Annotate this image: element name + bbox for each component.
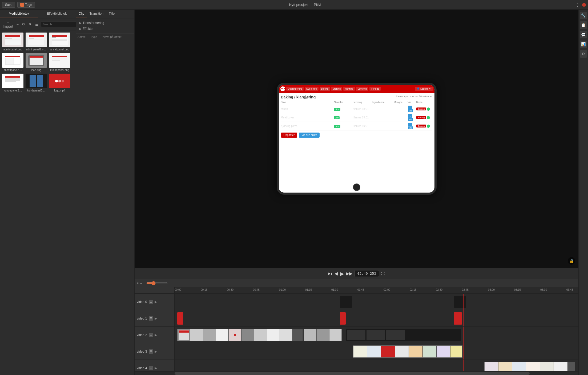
track-menu-button[interactable]: ☰	[149, 366, 153, 370]
track-menu-button[interactable]: ☰	[149, 349, 153, 354]
preview-area: Opprett ordre Nye ordre Baking Steking H…	[135, 10, 578, 279]
clip-block[interactable]	[454, 312, 462, 325]
sidebar-icon-layers[interactable]: 📋	[580, 21, 587, 29]
list-item[interactable]: ansattpanel.png	[49, 33, 70, 51]
list-view-button[interactable]: ☰	[34, 22, 40, 27]
svg-rect-18	[5, 58, 13, 65]
tab-effektbibliotek[interactable]: Effektbibliotek	[38, 10, 76, 18]
ellipsis-btn[interactable]: ...	[408, 123, 412, 126]
nav-btn-opprett[interactable]: Opprett ordre	[286, 87, 304, 91]
ellipsis-btn[interactable]: ...	[408, 114, 412, 118]
nav-btn-levering[interactable]: Levering	[356, 87, 368, 91]
clip-dark[interactable]	[346, 329, 461, 341]
back-frame-button[interactable]: ◀	[335, 271, 338, 276]
tab-transition[interactable]: Transition	[87, 10, 106, 18]
nav-btn-steking[interactable]: Steking	[331, 87, 342, 91]
fullscreen-button[interactable]: ⛶	[381, 272, 385, 276]
track-expand-button[interactable]: ▶	[155, 350, 157, 353]
fetch-info: Henter nye ordre om 10 sekunder	[396, 95, 432, 98]
list-item[interactable]: kundepanel.png	[49, 53, 70, 71]
list-item[interactable]: logo.mp4	[49, 74, 70, 92]
list-item[interactable]: kundepanel3....	[26, 74, 47, 92]
clip-block[interactable]	[454, 296, 466, 308]
table-row: Mixen Liten Hentes 18:01 ... Vis Steking	[281, 105, 432, 113]
clip-filmstrip[interactable]	[177, 329, 303, 341]
clip-block[interactable]	[177, 312, 183, 325]
sidebar-icon-chart[interactable]: 📊	[580, 41, 587, 48]
row-navn: Meat Lover	[281, 116, 333, 119]
track-menu-button[interactable]: ☰	[149, 316, 153, 321]
row-navn: Kjødelig pizza	[281, 125, 333, 127]
close-button[interactable]	[582, 3, 586, 7]
nav-btn-nye[interactable]: Nye ordre	[305, 87, 319, 91]
playback-controls: ⏮ ◀ ▶ ▶▶ 02:49.253 ⛶	[135, 268, 578, 279]
track-expand-button[interactable]: ▶	[155, 333, 157, 337]
nav-btn-baking[interactable]: Baking	[320, 87, 330, 91]
list-item[interactable]: ipad.png	[26, 53, 47, 71]
play-button[interactable]: ▶	[340, 270, 344, 277]
search-input[interactable]	[41, 22, 81, 27]
track-expand-button[interactable]: ▶	[155, 300, 157, 304]
nav-btn-ferdige[interactable]: Ferdige	[369, 87, 381, 91]
nav-btn-logout[interactable]: 👤 Logg ut ✕	[415, 87, 433, 91]
list-item[interactable]: kundepanel2....	[2, 74, 23, 92]
list-item[interactable]: adminpanel2.m...	[26, 33, 47, 51]
track-content-video1[interactable]	[175, 310, 578, 326]
ruler-mark: 01:45	[357, 288, 364, 291]
menu-dots-icon[interactable]: ⋮	[575, 2, 580, 8]
track-expand-button[interactable]: ▶	[155, 366, 157, 370]
tree-item-transformering[interactable]: ▶ Transformering	[78, 20, 133, 26]
track-row-video4: video 4 ☰ ▶	[135, 360, 578, 371]
size-badge: Stor	[334, 116, 340, 119]
ellipsis-btn[interactable]: ...	[408, 106, 412, 109]
size-badge: Liten	[334, 108, 340, 111]
track-content-video4[interactable]	[175, 360, 578, 371]
track-menu-button[interactable]: ☰	[149, 333, 153, 337]
track-content-video3[interactable]	[175, 343, 578, 360]
clip-block[interactable]	[340, 312, 346, 325]
rewind-button[interactable]: ⏮	[328, 271, 332, 276]
col-levering: Levering	[353, 101, 372, 103]
sidebar-icon-settings[interactable]: ⚙	[580, 50, 587, 58]
steke-btn[interactable]: Steking	[416, 107, 426, 110]
svg-rect-14	[52, 39, 67, 40]
sidebar-icon-chat[interactable]: 💬	[580, 31, 587, 38]
view-orders-button[interactable]: Vis alle ordre	[299, 133, 320, 138]
refresh-button[interactable]: ↺	[21, 22, 26, 27]
playhead	[463, 360, 464, 371]
remove-button[interactable]: −	[15, 22, 20, 27]
ipad-home-button[interactable]	[353, 183, 360, 191]
update-button[interactable]: Oppdater	[281, 133, 297, 138]
forward-frame-button[interactable]: ▶▶	[346, 271, 352, 276]
steke-btn[interactable]: Steking	[416, 116, 426, 119]
steke-btn[interactable]: Steking	[416, 125, 426, 127]
clip-filmstrip[interactable]	[484, 362, 575, 371]
clip-block[interactable]	[340, 296, 352, 308]
track-expand-button[interactable]: ▶	[155, 317, 157, 320]
track-content-video2[interactable]	[175, 327, 578, 343]
zoom-slider[interactable]	[146, 281, 168, 285]
track-menu-button[interactable]: ☰	[149, 300, 153, 304]
save-button[interactable]: Save	[2, 2, 15, 8]
tab-clip[interactable]: Clip	[76, 10, 87, 18]
tree-item-effekter[interactable]: ▶ Effekter	[78, 26, 133, 32]
horizontal-scrollbar[interactable]	[135, 371, 578, 375]
tegn-label: Tegn	[25, 3, 32, 7]
vis-btn[interactable]: Vis	[408, 118, 413, 121]
clip-filmstrip[interactable]	[304, 329, 342, 341]
import-button[interactable]: + Import	[2, 19, 14, 29]
nav-btn-henting[interactable]: Henting	[343, 87, 355, 91]
filter-button[interactable]: ▼	[27, 22, 33, 27]
vis-btn[interactable]: Vis	[408, 126, 413, 129]
clip-filmstrip[interactable]	[353, 345, 462, 358]
arrow-icon: ▶	[79, 21, 82, 25]
track-label: video 0	[137, 300, 147, 304]
tegn-button[interactable]: Tegn	[17, 2, 35, 8]
list-item[interactable]: ansattpanel2....	[2, 53, 23, 71]
tab-title[interactable]: Title	[106, 10, 117, 18]
list-item[interactable]: adminpanel.png	[2, 33, 23, 51]
track-content-video0[interactable]	[175, 294, 578, 310]
vis-btn[interactable]: Vis	[408, 109, 413, 112]
tab-mediebibliotek[interactable]: Mediebibliotek	[0, 10, 38, 18]
sidebar-icon-tool[interactable]: 🔧	[580, 12, 587, 19]
